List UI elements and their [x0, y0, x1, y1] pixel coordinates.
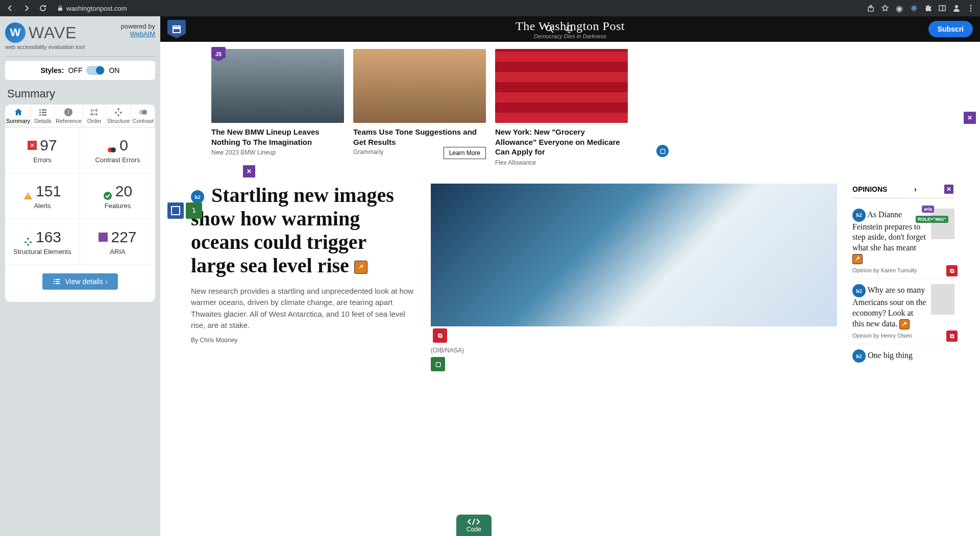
share-icon[interactable]: [866, 3, 876, 13]
view-details-button[interactable]: View details ›: [42, 273, 117, 290]
wave-aria-marker[interactable]: aria: [922, 206, 934, 213]
webaim-link[interactable]: WebAIM: [130, 30, 155, 38]
back-button[interactable]: [4, 2, 16, 14]
wave-error-marker[interactable]: ⧉: [433, 328, 447, 343]
ad-card[interactable]: Teams Use Tone Suggestions and Get Resul…: [353, 49, 486, 166]
wave-h2-marker[interactable]: h2: [191, 190, 204, 203]
svg-point-18: [117, 108, 119, 110]
tagline: Democracy Dies in Darkness: [516, 33, 625, 39]
stat-aria[interactable]: 227 ARIA: [80, 219, 155, 265]
svg-point-4: [955, 5, 958, 8]
info-icon: i: [64, 108, 73, 117]
stat-contrast[interactable]: 0 Contrast Errors: [80, 127, 155, 173]
article-image: [431, 184, 837, 326]
svg-rect-33: [56, 279, 60, 280]
svg-rect-36: [54, 283, 55, 284]
wave-marker[interactable]: ▢: [431, 357, 445, 371]
wave-marker-region[interactable]: [167, 202, 184, 219]
stat-alerts[interactable]: !151 Alerts: [5, 173, 80, 219]
wave-marker[interactable]: ✕: [963, 111, 977, 125]
svg-point-5: [970, 5, 972, 7]
wave-marker[interactable]: ✕: [242, 164, 256, 178]
alert-icon: !: [23, 187, 33, 196]
svg-rect-38: [173, 26, 180, 28]
wave-marker[interactable]: ✕: [943, 184, 954, 195]
ext-icon-1[interactable]: ◉: [894, 3, 904, 13]
bookmark-icon[interactable]: [880, 3, 890, 13]
address-bar[interactable]: washingtonpost.com: [57, 5, 127, 12]
contrast-error-icon: [107, 141, 116, 150]
opinion-byline: Opinion by Henry Olsen: [852, 333, 927, 339]
reload-button[interactable]: [37, 2, 49, 14]
stat-structural[interactable]: 163 Structural Elements: [5, 219, 80, 265]
wave-marker[interactable]: ⤵: [186, 202, 202, 219]
summary-heading: Summary: [7, 87, 153, 100]
contrast-icon: [138, 108, 148, 117]
svg-rect-35: [56, 281, 60, 282]
svg-text:1→2: 1→2: [91, 109, 97, 112]
ad-subtitle: Flex Allowance: [495, 159, 628, 166]
article-headline[interactable]: h2 Startling new images show how warming…: [191, 184, 415, 277]
opinion-item[interactable]: h2 As Dianne Feinstein prepares to step …: [852, 203, 954, 279]
chevron-right-icon[interactable]: ›: [914, 185, 917, 193]
sponsored-row: The New BMW Lineup Leaves Nothing To The…: [160, 42, 980, 173]
wave-marker[interactable]: ▢: [655, 144, 670, 158]
svg-point-25: [111, 147, 116, 152]
ad-card[interactable]: The New BMW Lineup Leaves Nothing To The…: [211, 49, 344, 166]
wave-sidebar: W WAVE web accessibility evaluation tool…: [0, 16, 160, 536]
wave-h2-marker[interactable]: h2: [852, 284, 866, 297]
opinion-item[interactable]: h2 Why are so many Americans sour on the…: [852, 279, 954, 344]
article-summary: New research provides a startling and un…: [191, 286, 415, 331]
wave-h2-marker[interactable]: h2: [852, 209, 866, 222]
svg-point-23: [142, 110, 147, 115]
divider: [5, 56, 155, 57]
svg-point-31: [27, 244, 29, 246]
wave-h2-marker[interactable]: h2: [852, 349, 866, 363]
aria-icon: [99, 233, 108, 242]
tab-contrast[interactable]: Contrast: [131, 105, 155, 127]
wave-role-marker[interactable]: ROLE="IMG": [916, 216, 948, 223]
wave-error-marker[interactable]: ⧉: [946, 265, 958, 276]
stat-features[interactable]: 20 Features: [80, 173, 155, 219]
ad-title: Teams Use Tone Suggestions and Get Resul…: [353, 127, 486, 147]
forward-button[interactable]: [20, 2, 33, 14]
svg-rect-9: [42, 109, 46, 111]
wave-marker-region[interactable]: [167, 20, 186, 38]
styles-toggle[interactable]: [86, 66, 105, 75]
svg-rect-8: [39, 109, 41, 111]
tab-details[interactable]: Details: [32, 105, 55, 127]
opinion-byline: Opinion by Karen Tumulty: [852, 267, 927, 273]
ad-image: [353, 49, 486, 123]
tab-summary[interactable]: Summary: [5, 105, 32, 127]
site-header: The Washington Post Democracy Dies in Da…: [160, 16, 980, 42]
ad-image: [495, 49, 628, 123]
svg-rect-13: [42, 114, 46, 116]
opinions-heading: OPINIONS: [852, 185, 887, 193]
svg-point-28: [27, 238, 29, 240]
ad-cta-button[interactable]: Learn More: [444, 147, 486, 159]
ad-card[interactable]: New York: New "Grocery Allowance" Everyo…: [495, 49, 628, 166]
wave-logo-icon: W: [5, 22, 26, 43]
panel-icon[interactable]: [937, 3, 947, 13]
lead-article: h2 Startling new images show how warming…: [191, 184, 415, 371]
wave-error-marker[interactable]: ⧉: [946, 330, 958, 342]
extensions-icon[interactable]: [923, 3, 933, 13]
subscribe-button[interactable]: Subscri: [928, 21, 973, 37]
tab-order[interactable]: 1→23→4Order: [83, 105, 106, 127]
wave-alert-marker[interactable]: ↗: [354, 261, 368, 274]
list-icon: [38, 108, 47, 117]
svg-point-6: [970, 8, 972, 9]
menu-icon[interactable]: [966, 3, 976, 13]
tab-reference[interactable]: iReference: [55, 105, 83, 127]
wave-alert-marker[interactable]: ↗: [852, 254, 863, 264]
profile-icon[interactable]: [951, 3, 962, 13]
masthead[interactable]: The Washington Post: [516, 19, 625, 33]
wave-alert-marker[interactable]: ↗: [899, 319, 910, 329]
svg-rect-10: [39, 112, 41, 113]
feature-icon: [103, 187, 112, 196]
ext-icon-2[interactable]: ❋: [909, 3, 919, 13]
tab-structure[interactable]: Structure: [106, 105, 132, 127]
opinion-item[interactable]: h2 One big thing: [852, 344, 954, 368]
wave-code-tab[interactable]: Code: [456, 515, 492, 536]
stat-errors[interactable]: ✕97 Errors: [5, 127, 80, 173]
